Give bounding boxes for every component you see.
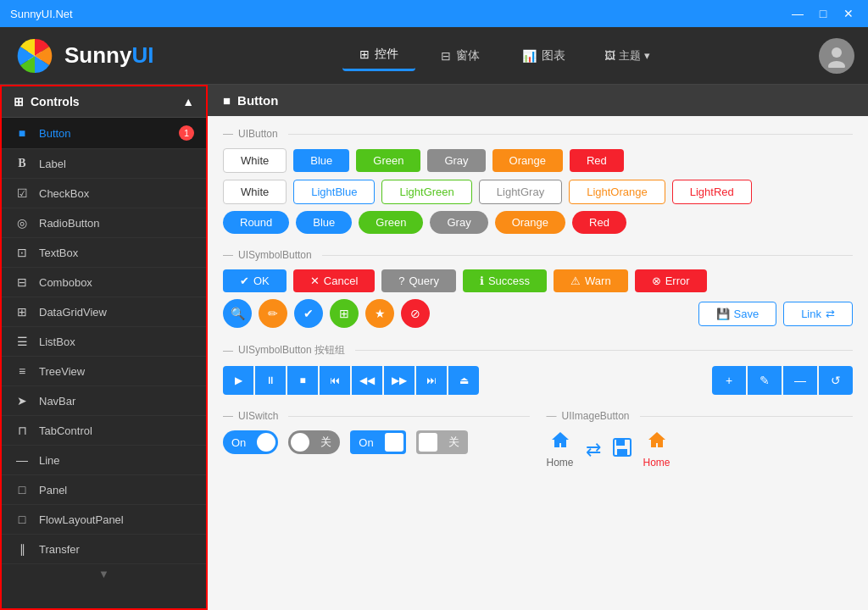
btn-round[interactable]: Round	[223, 211, 289, 234]
icon-btn-star[interactable]: ★	[365, 299, 394, 328]
btn-lightblue[interactable]: LightBlue	[293, 180, 375, 204]
btn-white-2[interactable]: White	[223, 180, 287, 204]
ok-icon: ✔	[240, 274, 249, 287]
sidebar-item-radiobutton[interactable]: ◎ RadioButton	[2, 208, 206, 238]
btn-green-1[interactable]: Green	[356, 149, 420, 172]
sidebar-item-line[interactable]: — Line	[2, 446, 206, 475]
cancel-icon: ✕	[310, 274, 320, 287]
app-header: SunnyUI ⊞ 控件 ⊟ 窗体 📊 图表 🖼 主题 ▾	[0, 27, 868, 85]
media-pause[interactable]: ⏸	[255, 366, 286, 395]
sidebar-item-label[interactable]: B Label	[2, 149, 206, 179]
img-btn-switch[interactable]: ⇄	[586, 439, 601, 461]
sidebar-item-label: Button	[39, 127, 71, 140]
sidebar-item-transfer[interactable]: ∥ Transfer	[2, 535, 206, 564]
content-title-icon: ■	[223, 93, 231, 108]
user-avatar[interactable]	[819, 38, 854, 74]
action-edit[interactable]: ✎	[748, 366, 782, 395]
pause-icon: ⏸	[265, 374, 275, 386]
icon-btn-grid[interactable]: ⊞	[330, 299, 359, 328]
switch-arrows-icon: ⇄	[586, 439, 601, 461]
switch-square-on[interactable]: On	[350, 430, 405, 454]
prev-icon: ⏮	[330, 374, 340, 386]
media-prev[interactable]: ⏮	[320, 366, 350, 395]
transfer-icon: ∥	[14, 542, 31, 556]
action-refresh[interactable]: ↺	[819, 366, 853, 395]
sidebar-item-navbar[interactable]: ➤ NavBar	[2, 386, 206, 416]
btn-error[interactable]: ⊗ Error	[635, 269, 707, 292]
button-badge: 1	[179, 125, 194, 141]
switch-round-on[interactable]: On	[223, 430, 278, 454]
btn-ok[interactable]: ✔ OK	[223, 269, 287, 292]
minimize-button[interactable]: —	[788, 4, 807, 23]
sidebar-tabcontrol-label: TabControl	[39, 424, 92, 437]
btn-success[interactable]: ℹ Success	[463, 269, 547, 292]
sidebar-scroll-down[interactable]: ▼	[2, 564, 206, 584]
title-bar: SunnyUI.Net — □ ✕	[0, 0, 868, 27]
sidebar-item-textbox[interactable]: ⊡ TextBox	[2, 238, 206, 268]
btn-save[interactable]: 💾 Save	[698, 302, 777, 326]
save-icon: 💾	[716, 308, 730, 320]
btn-lightgreen[interactable]: LightGreen	[381, 180, 471, 204]
btn-warn[interactable]: ⚠ Warn	[554, 269, 628, 292]
sidebar-item-panel[interactable]: □ Panel	[2, 475, 206, 505]
media-eject[interactable]: ⏏	[448, 366, 479, 395]
action-remove[interactable]: —	[783, 366, 817, 395]
btn-round-orange[interactable]: Orange	[495, 211, 565, 234]
btn-blue-1[interactable]: Blue	[293, 149, 349, 172]
switch-round-off[interactable]: 关	[288, 430, 340, 454]
icon-btn-check[interactable]: ✔	[294, 299, 323, 328]
sidebar-item-datagridview[interactable]: ⊞ DataGridView	[2, 297, 206, 327]
sidebar-header-left: ⊞ Controls	[14, 95, 80, 108]
media-stop[interactable]: ■	[287, 366, 318, 395]
icon-btn-edit[interactable]: ✏	[259, 299, 287, 328]
sidebar-item-tabcontrol[interactable]: ⊓ TabControl	[2, 416, 206, 446]
btn-round-gray[interactable]: Gray	[430, 211, 487, 234]
btn-lightorange[interactable]: LightOrange	[569, 180, 665, 204]
info-icon: ℹ	[480, 274, 484, 287]
btn-orange-1[interactable]: Orange	[492, 149, 563, 172]
btn-white-1[interactable]: White	[223, 148, 287, 173]
btn-round-green[interactable]: Green	[359, 211, 423, 234]
media-play[interactable]: ▶	[223, 366, 253, 395]
switch-square-off[interactable]: 关	[416, 430, 468, 454]
theme-dropdown[interactable]: 🖼 主题 ▾	[591, 42, 664, 70]
close-button[interactable]: ✕	[839, 4, 858, 23]
check-icon: ✔	[303, 307, 314, 320]
sidebar-item-treeview[interactable]: ≡ TreeView	[2, 357, 206, 386]
icon-btn-search[interactable]: 🔍	[223, 299, 252, 328]
bottom-row: UISwitch On 关	[223, 410, 853, 484]
app-container: SunnyUI ⊞ 控件 ⊟ 窗体 📊 图表 🖼 主题 ▾	[0, 27, 868, 610]
tab-controls[interactable]: ⊞ 控件	[342, 40, 415, 71]
img-btn-home-1[interactable]: Home	[547, 430, 574, 469]
sidebar-item-button[interactable]: ■ Button 1	[2, 118, 206, 149]
img-btn-save[interactable]	[613, 438, 632, 462]
media-next[interactable]: ⏭	[416, 366, 447, 395]
btn-link[interactable]: Link ⇄	[783, 302, 853, 326]
btn-lightgray[interactable]: LightGray	[479, 180, 562, 204]
tab-chart[interactable]: 📊 图表	[505, 42, 582, 70]
sidebar-item-checkbox[interactable]: ☑ CheckBox	[2, 179, 206, 208]
media-forward[interactable]: ▶▶	[384, 366, 415, 395]
btn-round-red[interactable]: Red	[572, 211, 626, 234]
icon-btn-stop[interactable]: ⊘	[401, 299, 430, 328]
svg-rect-5	[617, 449, 627, 455]
btn-red-1[interactable]: Red	[570, 149, 624, 172]
sidebar-item-combobox[interactable]: ⊟ Combobox	[2, 268, 206, 297]
app-title: SunnyUI.Net	[10, 8, 788, 20]
btn-lightred[interactable]: LightRed	[672, 180, 752, 204]
controls-tab-label: 控件	[375, 47, 398, 62]
btn-cancel[interactable]: ✕ Cancel	[293, 269, 375, 292]
img-btn-home-2[interactable]: Home	[643, 430, 670, 469]
tab-window[interactable]: ⊟ 窗体	[424, 42, 497, 70]
sidebar-item-flowlayout[interactable]: □ FlowLayoutPanel	[2, 505, 206, 535]
sidebar-item-listbox[interactable]: ☰ ListBox	[2, 327, 206, 357]
maximize-button[interactable]: □	[814, 4, 832, 23]
sidebar-collapse-icon[interactable]: ▲	[182, 95, 194, 108]
stop-media-icon: ■	[299, 374, 305, 386]
btn-query[interactable]: ? Query	[381, 269, 456, 292]
action-add[interactable]: +	[712, 366, 746, 395]
media-rewind[interactable]: ◀◀	[352, 366, 382, 395]
add-icon: +	[726, 374, 732, 387]
btn-round-blue[interactable]: Blue	[296, 211, 352, 234]
btn-gray-1[interactable]: Gray	[427, 149, 485, 172]
